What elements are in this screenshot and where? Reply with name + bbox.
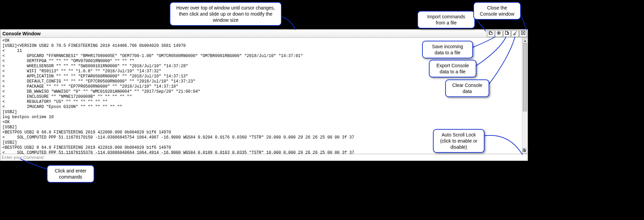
svg-point-1 xyxy=(498,32,500,34)
callout-export: Export Console data to a file xyxy=(429,60,476,77)
lock-icon xyxy=(522,147,526,153)
clear-button[interactable] xyxy=(511,30,519,37)
record-save-button[interactable] xyxy=(495,30,503,37)
callout-resize: Hover over top of window until cursor ch… xyxy=(170,2,282,26)
export-button[interactable] xyxy=(503,30,511,37)
callout-command: Click and enter commands xyxy=(47,165,94,183)
scroll-up-arrow[interactable]: ▲ xyxy=(522,38,528,43)
brush-icon xyxy=(513,31,517,37)
titlebar[interactable]: Console Window xyxy=(0,30,528,38)
autoscroll-lock-toggle[interactable] xyxy=(522,148,527,153)
callout-import: Import commands from a file xyxy=(417,11,475,29)
window-title: Console Window xyxy=(2,31,41,36)
svg-rect-3 xyxy=(523,150,525,152)
import-icon xyxy=(488,31,493,37)
vertical-scrollbar[interactable]: ▲ ▼ xyxy=(522,38,528,154)
import-button[interactable] xyxy=(487,30,494,37)
command-input-container xyxy=(0,154,528,161)
scroll-thumb[interactable] xyxy=(523,43,527,111)
callout-clear: Clear Console data xyxy=(445,79,489,97)
titlebar-actions xyxy=(487,30,527,37)
record-icon xyxy=(496,31,501,37)
callout-close: Close the Console window xyxy=(473,2,521,20)
export-icon xyxy=(505,31,509,37)
close-icon xyxy=(521,31,526,37)
callout-autoscroll: Auto Scroll Lock (click to enable or dis… xyxy=(433,129,485,153)
close-button[interactable] xyxy=(519,30,527,37)
callout-save: Save incoming data to a file xyxy=(422,41,473,58)
command-input[interactable] xyxy=(0,154,528,161)
